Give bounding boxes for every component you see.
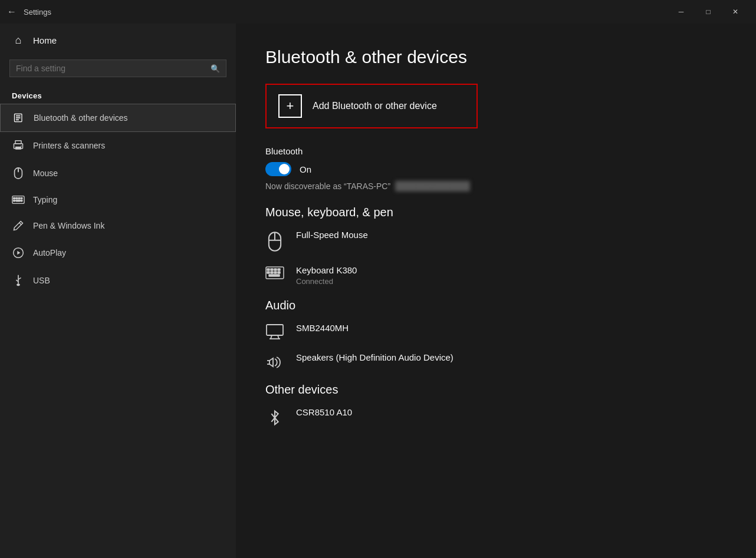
svg-rect-15: [21, 197, 22, 199]
window-controls: ─ □ ✕: [668, 0, 749, 24]
mouse-keyboard-section-title: Mouse, keyboard, & pen: [265, 206, 727, 219]
usb-icon: [12, 274, 25, 287]
svg-rect-31: [271, 269, 273, 270]
audio-section-title: Audio: [265, 299, 727, 312]
sidebar-autoplay-label: AutoPlay: [33, 248, 66, 257]
sidebar-item-autoplay[interactable]: AutoPlay: [0, 239, 236, 266]
close-button[interactable]: ✕: [722, 0, 749, 24]
svg-rect-12: [14, 197, 15, 199]
sidebar-item-usb[interactable]: USB: [0, 266, 236, 295]
device-item-csr[interactable]: CSR8510 A10: [265, 407, 727, 427]
bluetooth-device-icon: [265, 408, 284, 427]
mouse-device-icon: [265, 231, 284, 252]
app-title: Settings: [24, 8, 51, 16]
svg-line-41: [278, 335, 279, 339]
sidebar-mouse-label: Mouse: [33, 169, 58, 178]
bluetooth-toggle-row: On: [265, 162, 727, 176]
svg-rect-32: [274, 269, 277, 270]
sidebar-item-mouse[interactable]: Mouse: [0, 159, 236, 187]
device-name-csr: CSR8510 A10: [296, 407, 352, 417]
svg-rect-34: [267, 272, 269, 273]
device-info-mouse: Full-Speed Mouse: [296, 230, 368, 240]
svg-rect-2: [16, 117, 21, 118]
svg-line-19: [19, 223, 21, 224]
svg-rect-14: [18, 197, 20, 199]
sidebar-usb-label: USB: [33, 276, 50, 285]
device-name-mouse: Full-Speed Mouse: [296, 230, 368, 240]
add-device-label: Add Bluetooth or other device: [313, 101, 437, 111]
sidebar-item-printers[interactable]: Printers & scanners: [0, 132, 236, 159]
svg-rect-38: [269, 275, 280, 276]
svg-line-40: [271, 335, 272, 339]
titlebar: ← Settings ─ □ ✕: [0, 0, 756, 24]
autoplay-icon: [12, 247, 25, 259]
search-input[interactable]: [16, 64, 211, 73]
search-box[interactable]: 🔍: [9, 60, 226, 77]
sidebar-item-bluetooth[interactable]: Bluetooth & other devices: [0, 104, 236, 132]
back-button[interactable]: ←: [7, 6, 17, 17]
device-info-csr: CSR8510 A10: [296, 407, 352, 417]
search-icon: 🔍: [211, 64, 220, 73]
sidebar-item-home[interactable]: ⌂ Home: [0, 24, 236, 57]
svg-rect-1: [16, 115, 21, 117]
discoverable-text: Now discoverable as “TARAS-PC” WindowSni…: [265, 181, 727, 191]
svg-rect-3: [16, 120, 19, 121]
device-item-speakers[interactable]: Speakers (High Definition Audio Device): [265, 352, 727, 370]
pen-icon: [12, 220, 25, 232]
device-name-smb: SMB2440MH: [296, 323, 349, 333]
home-icon: ⌂: [12, 34, 25, 47]
printer-icon: [12, 140, 25, 151]
sidebar-item-typing[interactable]: Typing: [0, 187, 236, 212]
svg-rect-30: [267, 269, 269, 270]
sidebar-section-devices: Devices: [0, 87, 236, 104]
sidebar-item-pen[interactable]: Pen & Windows Ink: [0, 212, 236, 239]
svg-point-7: [21, 146, 22, 147]
bluetooth-section: Bluetooth On Now discoverable as “TARAS-…: [265, 146, 727, 191]
home-label: Home: [33, 35, 57, 45]
svg-rect-25: [17, 284, 20, 286]
svg-marker-43: [269, 358, 273, 367]
device-info-keyboard: Keyboard K380 Connected: [296, 265, 357, 286]
svg-rect-39: [267, 325, 283, 335]
add-device-plus-icon: +: [278, 94, 302, 118]
bluetooth-toggle-status: On: [300, 164, 311, 174]
sidebar-typing-label: Typing: [33, 195, 57, 204]
device-item-smb[interactable]: SMB2440MH: [265, 323, 727, 339]
device-name-speakers: Speakers (High Definition Audio Device): [296, 352, 453, 362]
svg-rect-18: [21, 200, 22, 201]
sidebar: ⌂ Home 🔍 Devices Bluetooth & other devic…: [0, 24, 236, 558]
page-title: Bluetooth & other devices: [265, 47, 727, 67]
typing-icon: [12, 195, 25, 204]
toggle-knob: [279, 164, 290, 174]
device-name-keyboard: Keyboard K380: [296, 265, 357, 275]
main-layout: ⌂ Home 🔍 Devices Bluetooth & other devic…: [0, 24, 756, 558]
svg-rect-33: [278, 269, 280, 270]
bluetooth-toggle[interactable]: [265, 162, 291, 176]
svg-rect-16: [14, 200, 15, 201]
sidebar-pen-label: Pen & Windows Ink: [33, 221, 104, 230]
svg-rect-35: [271, 272, 273, 273]
svg-rect-37: [278, 272, 280, 273]
pc-name-blur: WindowSnip: [395, 181, 470, 191]
content-area: Bluetooth & other devices + Add Bluetoot…: [236, 24, 756, 558]
svg-marker-21: [17, 251, 20, 255]
svg-rect-13: [16, 197, 18, 199]
monitor-device-icon: [265, 324, 284, 339]
sidebar-bluetooth-label: Bluetooth & other devices: [34, 113, 128, 123]
other-devices-section-title: Other devices: [265, 383, 727, 397]
svg-rect-36: [274, 272, 277, 273]
minimize-button[interactable]: ─: [668, 0, 695, 24]
svg-rect-17: [16, 200, 20, 201]
device-info-smb: SMB2440MH: [296, 323, 349, 333]
device-item-mouse[interactable]: Full-Speed Mouse: [265, 230, 727, 252]
mouse-icon: [12, 167, 25, 180]
maximize-button[interactable]: □: [695, 0, 722, 24]
device-item-keyboard[interactable]: Keyboard K380 Connected: [265, 265, 727, 286]
speaker-device-icon: [265, 354, 284, 370]
device-info-speakers: Speakers (High Definition Audio Device): [296, 352, 453, 362]
svg-rect-6: [15, 147, 21, 150]
keyboard-device-icon: [265, 266, 284, 279]
bluetooth-label: Bluetooth: [265, 146, 727, 156]
sidebar-printers-label: Printers & scanners: [33, 141, 105, 150]
add-device-button[interactable]: + Add Bluetooth or other device: [265, 84, 478, 128]
